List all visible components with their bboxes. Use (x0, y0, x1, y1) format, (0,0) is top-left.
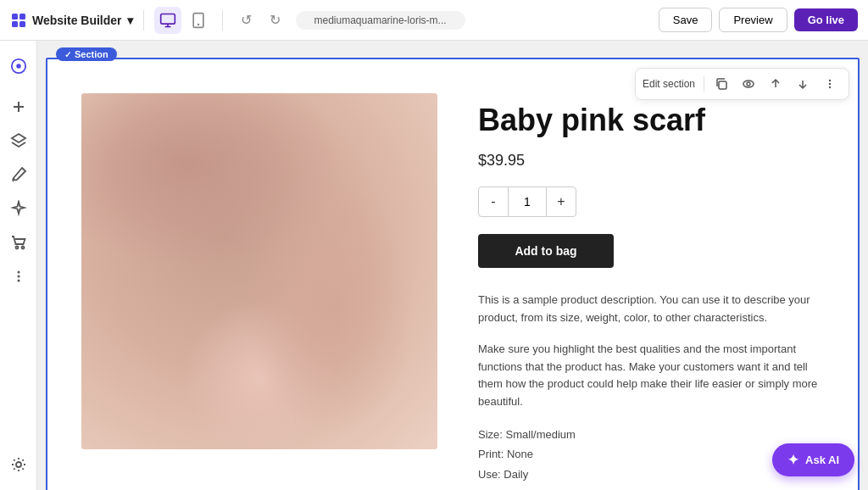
svg-point-32 (329, 364, 410, 433)
topbar-separator-1 (143, 10, 144, 31)
sidebar-magic-button[interactable] (3, 193, 34, 224)
more-icon (10, 268, 27, 285)
golive-button[interactable]: Go live (794, 8, 858, 31)
svg-point-16 (17, 271, 19, 274)
product-image-knit (81, 93, 437, 449)
svg-point-30 (81, 127, 361, 365)
svg-point-26 (829, 83, 831, 85)
sidebar-layers-button[interactable] (3, 125, 34, 156)
sidebar-cart-button[interactable] (3, 227, 34, 258)
magic-icon (10, 200, 27, 217)
save-button[interactable]: Save (659, 8, 713, 32)
product-title: Baby pink scarf (478, 102, 824, 138)
desktop-device-btn[interactable] (154, 7, 181, 34)
svg-rect-4 (160, 14, 175, 24)
canvas-area: ✓ Section Edit section (37, 41, 868, 490)
svg-point-27 (829, 86, 831, 88)
svg-point-19 (16, 462, 21, 467)
website-builder-icon (10, 12, 27, 29)
svg-point-10 (16, 64, 20, 68)
settings-icon (10, 456, 27, 473)
svg-rect-33 (269, 426, 298, 449)
svg-marker-13 (12, 134, 25, 142)
quantity-row: - + (478, 187, 824, 217)
spec-use: Use: Daily (478, 465, 824, 484)
visibility-section-btn[interactable] (737, 72, 760, 96)
undo-btn[interactable]: ↺ (233, 7, 260, 34)
svg-point-21 (743, 81, 754, 87)
product-price: $39.95 (478, 152, 824, 170)
brand-label: Website Builder (32, 14, 122, 27)
svg-rect-28 (81, 93, 437, 449)
device-icons (154, 7, 212, 34)
svg-rect-20 (719, 81, 726, 89)
move-down-icon (796, 77, 810, 91)
plus-icon (10, 98, 27, 115)
main-layout: ✓ Section Edit section (0, 41, 868, 490)
section-badge: ✓ Section (56, 47, 117, 61)
desktop-icon (159, 12, 176, 29)
mobile-icon (190, 12, 207, 29)
badge-label: Section (75, 49, 108, 59)
svg-point-34 (276, 443, 286, 449)
product-area: Baby pink scarf $39.95 - + Add to bag Th… (47, 59, 858, 490)
svg-point-25 (829, 80, 831, 81)
ask-ai-button[interactable]: ✦ Ask AI (772, 443, 854, 476)
svg-point-29 (81, 127, 403, 398)
more-vertical-icon (823, 77, 837, 91)
product-info: Baby pink scarf $39.95 - + Add to bag Th… (478, 93, 824, 484)
mobile-device-btn[interactable] (185, 7, 212, 34)
svg-point-18 (17, 280, 19, 282)
edit-section-toolbar: Edit section (635, 68, 849, 100)
sidebar-settings-button[interactable] (3, 449, 34, 480)
preview-button[interactable]: Preview (719, 8, 787, 32)
ai-star-icon: ✦ (787, 452, 798, 468)
product-description-2: Make sure you highlight the best qualiti… (478, 341, 824, 411)
svg-point-22 (747, 82, 750, 86)
product-image (81, 93, 437, 449)
section-wrapper: ✓ Section Edit section (46, 58, 860, 490)
edit-section-label: Edit section (643, 78, 695, 90)
brush-icon (10, 166, 27, 183)
quantity-decrease-btn[interactable]: - (478, 187, 509, 217)
brand-chevron: ▾ (127, 14, 133, 27)
left-sidebar (0, 41, 37, 490)
topbar-separator-2 (222, 10, 223, 31)
sidebar-logo[interactable] (3, 51, 34, 81)
copy-section-btn[interactable] (709, 72, 733, 96)
ai-button-label: Ask AI (805, 454, 839, 466)
brand-logo[interactable]: Website Builder ▾ (10, 12, 133, 29)
svg-rect-3 (19, 21, 25, 27)
svg-rect-2 (12, 21, 18, 27)
layers-icon (10, 132, 27, 149)
topbar: Website Builder ▾ ↺ ↻ mediumaquamarine-l… (0, 0, 868, 41)
logo-icon (10, 58, 27, 75)
copy-icon (715, 77, 728, 91)
quantity-input[interactable] (509, 187, 546, 217)
spec-size: Size: Small/medium (478, 425, 824, 444)
move-up-section-btn[interactable] (764, 72, 787, 96)
svg-point-31 (326, 360, 414, 437)
product-image-svg (81, 93, 437, 449)
sidebar-add-button[interactable] (3, 92, 34, 122)
quantity-increase-btn[interactable]: + (546, 187, 576, 217)
move-up-icon (769, 77, 782, 91)
redo-btn[interactable]: ↻ (262, 7, 289, 34)
sidebar-more-button[interactable] (3, 261, 34, 292)
product-description-1: This is a sample product description. Yo… (478, 292, 824, 327)
add-to-bag-button[interactable]: Add to bag (478, 234, 614, 268)
eye-icon (742, 77, 755, 91)
svg-point-17 (17, 276, 19, 278)
history-buttons: ↺ ↻ (233, 7, 289, 34)
url-display: mediumaquamarine-loris-m... (296, 11, 465, 30)
svg-point-14 (15, 247, 18, 249)
badge-check: ✓ (64, 50, 71, 59)
move-down-section-btn[interactable] (791, 72, 815, 96)
svg-rect-0 (12, 14, 18, 19)
svg-point-15 (21, 247, 24, 249)
toolbar-divider (704, 76, 704, 92)
svg-rect-1 (19, 14, 25, 19)
cart-icon (10, 234, 27, 251)
more-section-btn[interactable] (818, 72, 842, 96)
sidebar-brush-button[interactable] (3, 159, 34, 190)
